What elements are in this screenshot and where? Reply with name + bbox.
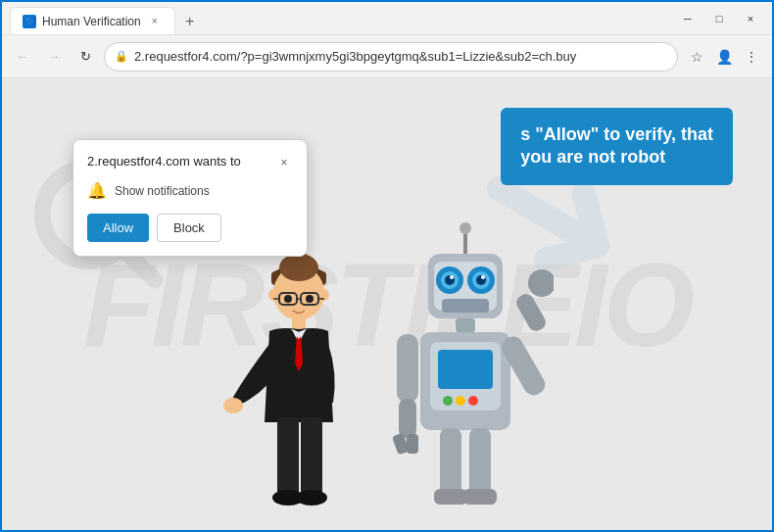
titlebar: 🔵 Human Verification × + ─ □ × bbox=[2, 2, 772, 35]
lock-icon: 🔒 bbox=[115, 50, 128, 63]
blue-banner: s "Allow" to verify, that you are not ro… bbox=[501, 108, 733, 185]
svg-rect-34 bbox=[442, 299, 489, 313]
svg-point-41 bbox=[468, 396, 478, 406]
svg-point-39 bbox=[443, 396, 453, 406]
svg-rect-51 bbox=[434, 489, 467, 505]
svg-rect-47 bbox=[513, 291, 549, 334]
banner-line1: s "Allow" to verify, that bbox=[520, 123, 713, 146]
person-illustration bbox=[220, 226, 377, 530]
page-content: ➜ FIRSTILEIO s "Allow" to verify, that y… bbox=[2, 78, 772, 530]
addressbar: ← → ↻ 🔒 2.requestfor4.com/?p=gi3wmnjxmy5… bbox=[2, 35, 772, 78]
new-tab-button[interactable]: + bbox=[177, 9, 203, 34]
url-bar[interactable]: 🔒 2.requestfor4.com/?p=gi3wmnjxmy5gi3bpg… bbox=[104, 42, 678, 72]
menu-icon[interactable]: ⋮ bbox=[739, 44, 764, 70]
window-controls: ─ □ × bbox=[674, 5, 764, 32]
svg-point-40 bbox=[456, 396, 465, 406]
tab-favicon: 🔵 bbox=[23, 15, 36, 28]
close-button[interactable]: × bbox=[737, 5, 764, 32]
svg-point-14 bbox=[284, 295, 292, 303]
forward-button[interactable]: → bbox=[41, 44, 67, 70]
banner-line2: you are not robot bbox=[520, 146, 713, 169]
svg-point-23 bbox=[460, 222, 471, 234]
bell-icon: 🔔 bbox=[87, 181, 107, 200]
notification-popup: 2.requestfor4.com wants to × 🔔 Show noti… bbox=[73, 139, 308, 257]
back-button[interactable]: ← bbox=[10, 44, 35, 70]
svg-rect-35 bbox=[456, 318, 475, 332]
svg-rect-50 bbox=[469, 428, 491, 497]
popup-title: 2.requestfor4.com wants to bbox=[87, 154, 241, 169]
tab-strip: 🔵 Human Verification × + bbox=[10, 2, 674, 34]
svg-rect-52 bbox=[463, 489, 497, 505]
svg-point-17 bbox=[223, 398, 243, 413]
svg-rect-42 bbox=[397, 334, 418, 403]
svg-rect-38 bbox=[438, 350, 493, 389]
tab-title: Human Verification bbox=[42, 15, 141, 28]
popup-notification-label: Show notifications bbox=[115, 184, 210, 198]
popup-notification-row: 🔔 Show notifications bbox=[87, 181, 293, 200]
minimize-button[interactable]: ─ bbox=[674, 5, 701, 32]
popup-header: 2.requestfor4.com wants to × bbox=[87, 154, 293, 171]
tab-close-button[interactable]: × bbox=[147, 14, 163, 29]
browser-window: 🔵 Human Verification × + ─ □ × ← → ↻ 🔒 2… bbox=[0, 0, 774, 532]
active-tab[interactable]: 🔵 Human Verification × bbox=[10, 7, 175, 34]
address-actions: ☆ 👤 ⋮ bbox=[684, 44, 764, 70]
block-button[interactable]: Block bbox=[157, 214, 221, 242]
url-text: 2.requestfor4.com/?p=gi3wmnjxmy5gi3bpgey… bbox=[134, 49, 667, 64]
svg-rect-49 bbox=[440, 428, 461, 497]
svg-rect-43 bbox=[399, 399, 416, 438]
maximize-button[interactable]: □ bbox=[705, 5, 733, 32]
svg-rect-45 bbox=[407, 434, 418, 454]
svg-point-48 bbox=[528, 269, 554, 297]
svg-rect-19 bbox=[301, 417, 322, 496]
svg-point-33 bbox=[481, 275, 485, 279]
svg-point-21 bbox=[296, 490, 327, 506]
svg-rect-18 bbox=[277, 417, 299, 496]
svg-point-32 bbox=[450, 275, 454, 279]
profile-icon[interactable]: 👤 bbox=[711, 44, 737, 70]
refresh-button[interactable]: ↻ bbox=[73, 44, 98, 70]
svg-point-15 bbox=[306, 295, 314, 303]
bookmark-icon[interactable]: ☆ bbox=[684, 44, 709, 70]
popup-close-button[interactable]: × bbox=[275, 154, 293, 171]
robot-illustration bbox=[377, 217, 554, 530]
popup-buttons: Allow Block bbox=[87, 214, 293, 242]
allow-button[interactable]: Allow bbox=[87, 214, 149, 242]
